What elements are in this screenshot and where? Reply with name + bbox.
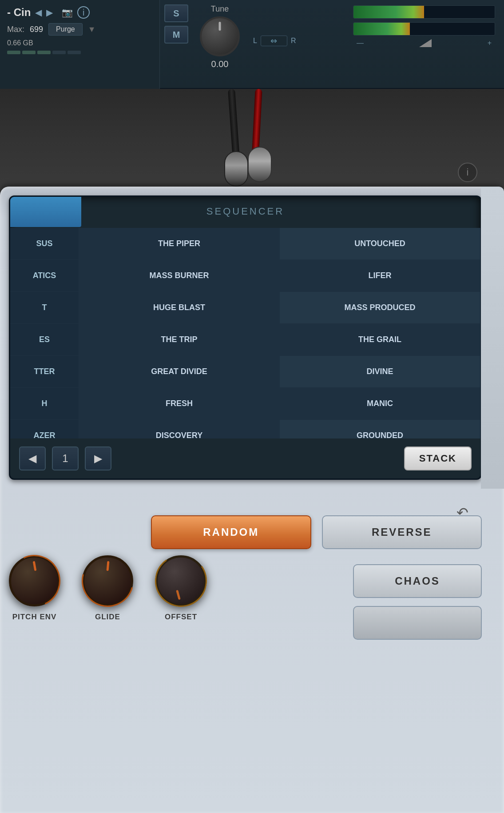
list-item[interactable]: MASS PRODUCED [280,292,480,323]
instrument-body: SEQUENCER SUS THE PIPER UNTOUCHED ATICS … [0,187,504,813]
list-item[interactable]: FRESH [79,388,280,419]
max-value: 699 [30,25,43,34]
pitch-env-knob-group: PITCH ENV [9,555,60,622]
table-row: H FRESH MANIC [10,388,480,420]
glide-knob-group: GLIDE [82,555,133,622]
main-container: - Cin ◀ ▶ 📷 i Max: 699 Purge ▼ 0.66 GB [0,0,504,813]
gb-value: 0.66 GB [7,39,33,47]
purge-button[interactable]: Purge [48,23,83,36]
list-item[interactable]: SUS [10,228,79,259]
reverse-button[interactable]: REVERSE [322,515,482,549]
connector-red [248,147,272,182]
list-item[interactable]: THE PIPER [79,228,280,259]
sequencer-grid: SUS THE PIPER UNTOUCHED ATICS MASS BURNE… [10,228,480,438]
list-item[interactable]: GREAT DIVIDE [79,356,280,387]
offset-knob-group: OFFSET [155,555,206,622]
table-row: ATICS MASS BURNER LIFER [10,260,480,292]
connector-black [224,151,248,187]
list-item[interactable]: TTER [10,356,79,387]
list-item[interactable]: UNTOUCHED [280,228,480,259]
table-row: ES THE TRIP THE GRAIL [10,324,480,356]
controls-section: ↶ RANDOM REVERSE PITCH ENV [0,493,504,813]
offset-knob[interactable] [155,555,206,606]
camera-icon[interactable]: 📷 [62,7,73,18]
m-button[interactable]: M [164,26,188,44]
level-meter-top [353,5,495,19]
pan-control[interactable]: ⇔ [261,36,287,46]
table-row: TTER GREAT DIVIDE DIVINE [10,356,480,388]
list-item[interactable]: THE GRAIL [280,324,480,355]
list-item[interactable]: ES [10,324,79,355]
preset-name: - Cin [7,6,31,19]
list-item[interactable]: LIFER [280,260,480,291]
list-item[interactable]: T [10,292,79,323]
list-item[interactable]: HUGE BLAST [79,292,280,323]
list-item[interactable]: MASS BURNER [79,260,280,291]
list-item[interactable]: ATICS [10,260,79,291]
stack-button[interactable]: STACK [404,446,472,470]
offset-label: OFFSET [165,613,197,622]
level-meter-bottom [353,22,495,36]
screen-area: SEQUENCER SUS THE PIPER UNTOUCHED ATICS … [9,195,482,480]
page-number: 1 [52,446,79,470]
blue-tab [10,197,81,227]
list-item[interactable]: DIVINE [280,356,480,387]
s-button[interactable]: S [164,4,188,22]
cables-area: i [0,89,504,191]
chaos-button[interactable]: CHAOS [353,564,482,598]
info-circle-icon[interactable]: i [458,163,477,182]
info-icon[interactable]: i [77,6,90,19]
empty-button[interactable] [353,606,482,640]
table-row: T HUGE BLAST MASS PRODUCED [10,292,480,324]
header-bar: - Cin ◀ ▶ 📷 i Max: 699 Purge ▼ 0.66 GB [0,0,504,89]
nav-prev[interactable]: ◀ [35,7,42,18]
max-label: Max: [7,25,24,34]
glide-label: GLIDE [95,613,120,622]
list-item[interactable]: THE TRIP [79,324,280,355]
right-scroll [481,187,504,489]
pitch-env-knob[interactable] [9,555,60,606]
random-button[interactable]: RANDOM [151,515,311,549]
list-item[interactable]: H [10,388,79,419]
tune-label: Tune [211,4,229,14]
tune-value: 0.00 [211,59,229,69]
pitch-env-label: PITCH ENV [12,613,57,622]
tune-knob[interactable] [200,16,240,56]
page-next-button[interactable]: ▶ [85,446,111,470]
nav-next[interactable]: ▶ [46,7,53,18]
list-item[interactable]: MANIC [280,388,480,419]
glide-knob[interactable] [82,555,133,606]
screen-bottom-bar: ◀ 1 ▶ STACK [10,438,480,478]
table-row: SUS THE PIPER UNTOUCHED [10,228,480,260]
page-prev-button[interactable]: ◀ [19,446,46,470]
